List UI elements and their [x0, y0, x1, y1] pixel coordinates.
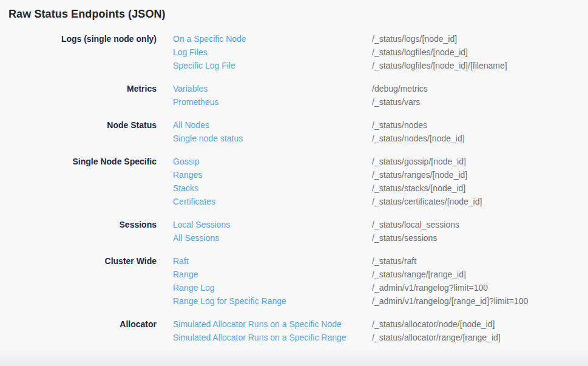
endpoint-row: On a Specific Node /_status/logs/[node_i… [157, 32, 588, 46]
endpoint-path: /_status/certificates/[node_id] [372, 195, 482, 208]
section-category-label: Logs (single node only) [0, 32, 157, 72]
endpoint-path: /_status/vars [372, 95, 420, 109]
endpoint-row: Simulated Allocator Runs on a Specific R… [157, 331, 588, 344]
section-rows: Raft /_status/raft Range /_status/range/… [157, 254, 588, 308]
endpoint-path: /_status/local_sessions [372, 218, 459, 231]
endpoint-path: /_status/sessions [372, 231, 437, 245]
section-rows: All Nodes /_status/nodes Single node sta… [157, 118, 588, 145]
endpoint-row: Local Sessions /_status/local_sessions [157, 218, 588, 231]
endpoint-section: Allocator Simulated Allocator Runs on a … [0, 317, 588, 344]
endpoint-row: Single node status /_status/nodes/[node_… [157, 132, 588, 145]
endpoint-section: Node Status All Nodes /_status/nodes Sin… [0, 118, 588, 145]
section-rows: Local Sessions /_status/local_sessions A… [157, 218, 588, 245]
endpoint-row: Raft /_status/raft [157, 254, 588, 268]
endpoint-path: /_admin/v1/rangelog/[range_id]?limit=100 [372, 294, 528, 308]
endpoint-link[interactable]: Single node status [157, 132, 372, 145]
endpoint-path: /_status/logs/[node_id] [372, 32, 457, 46]
page-bottom-gradient [0, 348, 588, 366]
endpoint-link[interactable]: Simulated Allocator Runs on a Specific R… [157, 331, 372, 344]
endpoint-section: Metrics Variables /debug/metrics Prometh… [0, 82, 588, 109]
endpoint-row: Specific Log File /_status/logfiles/[nod… [157, 59, 588, 72]
endpoint-row: Ranges /_status/ranges/[node_id] [157, 168, 588, 181]
section-rows: On a Specific Node /_status/logs/[node_i… [157, 32, 588, 72]
endpoint-link[interactable]: Stacks [157, 181, 372, 195]
endpoint-path: /_status/nodes/[node_id] [372, 132, 465, 145]
section-category-label: Cluster Wide [0, 254, 157, 308]
endpoint-path: /_status/gossip/[node_id] [372, 155, 466, 168]
endpoint-path: /_status/allocator/node/[node_id] [372, 317, 495, 331]
endpoint-row: Simulated Allocator Runs on a Specific N… [157, 317, 588, 331]
endpoint-link[interactable]: Range [157, 268, 372, 281]
endpoint-row: Range /_status/range/[range_id] [157, 268, 588, 281]
endpoint-link[interactable]: All Sessions [157, 231, 372, 245]
endpoints-list: Logs (single node only) On a Specific No… [0, 32, 588, 344]
endpoint-link[interactable]: Raft [157, 254, 372, 268]
endpoint-link[interactable]: Variables [157, 82, 372, 95]
endpoint-link[interactable]: Range Log for Specific Range [157, 294, 372, 308]
endpoint-row: Range Log /_admin/v1/rangelog?limit=100 [157, 281, 588, 294]
endpoint-row: All Sessions /_status/sessions [157, 231, 588, 245]
endpoint-path: /_status/range/[range_id] [372, 268, 466, 281]
endpoint-row: Prometheus /_status/vars [157, 95, 588, 109]
endpoint-row: Stacks /_status/stacks/[node_id] [157, 181, 588, 195]
section-rows: Gossip /_status/gossip/[node_id] Ranges … [157, 155, 588, 208]
endpoint-row: Log Files /_status/logfiles/[node_id] [157, 46, 588, 59]
endpoint-section: Cluster Wide Raft /_status/raft Range /_… [0, 254, 588, 308]
endpoint-section: Single Node Specific Gossip /_status/gos… [0, 155, 588, 208]
section-category-label: Metrics [0, 82, 157, 109]
section-category-label: Node Status [0, 118, 157, 145]
endpoint-path: /_status/allocator/range/[range_id] [372, 331, 501, 344]
endpoint-path: /_status/stacks/[node_id] [372, 181, 465, 195]
page-title: Raw Status Endpoints (JSON) [8, 8, 588, 21]
endpoint-link[interactable]: Local Sessions [157, 218, 372, 231]
section-category-label: Single Node Specific [0, 155, 157, 208]
section-category-label: Allocator [0, 317, 157, 344]
endpoint-row: Certificates /_status/certificates/[node… [157, 195, 588, 208]
endpoint-link[interactable]: Range Log [157, 281, 372, 294]
endpoint-path: /_status/ranges/[node_id] [372, 168, 467, 181]
endpoint-path: /_status/nodes [372, 118, 427, 132]
section-rows: Variables /debug/metrics Prometheus /_st… [157, 82, 588, 109]
section-category-label: Sessions [0, 218, 157, 245]
endpoint-section: Sessions Local Sessions /_status/local_s… [0, 218, 588, 245]
endpoint-link[interactable]: Simulated Allocator Runs on a Specific N… [157, 317, 372, 331]
endpoint-section: Logs (single node only) On a Specific No… [0, 32, 588, 72]
endpoint-row: Gossip /_status/gossip/[node_id] [157, 155, 588, 168]
endpoint-path: /_status/logfiles/[node_id]/[filename] [372, 59, 507, 72]
endpoint-path: /_status/raft [372, 254, 416, 268]
endpoint-link[interactable]: On a Specific Node [157, 32, 372, 46]
endpoint-link[interactable]: Log Files [157, 46, 372, 59]
endpoint-link[interactable]: Gossip [157, 155, 372, 168]
endpoint-path: /debug/metrics [372, 82, 428, 95]
endpoint-path: /_status/logfiles/[node_id] [372, 46, 468, 59]
endpoint-link[interactable]: Ranges [157, 168, 372, 181]
section-rows: Simulated Allocator Runs on a Specific N… [157, 317, 588, 344]
endpoint-link[interactable]: All Nodes [157, 118, 372, 132]
endpoint-row: All Nodes /_status/nodes [157, 118, 588, 132]
endpoint-link[interactable]: Certificates [157, 195, 372, 208]
endpoint-row: Variables /debug/metrics [157, 82, 588, 95]
endpoint-path: /_admin/v1/rangelog?limit=100 [372, 281, 488, 294]
endpoint-link[interactable]: Specific Log File [157, 59, 372, 72]
endpoint-link[interactable]: Prometheus [157, 95, 372, 109]
endpoint-row: Range Log for Specific Range /_admin/v1/… [157, 294, 588, 308]
